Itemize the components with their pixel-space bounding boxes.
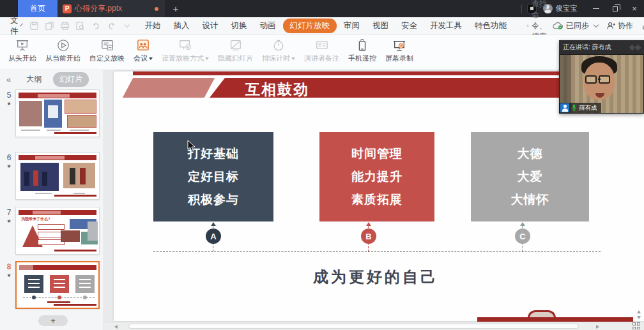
ribbon-setup-show[interactable]: 设置放映方式 [157, 39, 213, 63]
sync-label: 已同步 [566, 20, 589, 31]
slide-thumbnail-5[interactable] [15, 89, 100, 137]
unsaved-dot-icon [155, 7, 158, 11]
badge-a: A [206, 229, 221, 244]
video-call-overlay[interactable]: 正在讲话: 薛有成 薛有成 [559, 40, 644, 114]
share-button[interactable]: 分享 [641, 20, 644, 31]
ribbon-phone-remote[interactable]: 手机遥控 [344, 39, 381, 63]
badge-b: B [361, 229, 376, 244]
ribbon-screen-record[interactable]: 屏幕录制 [381, 39, 418, 63]
animation-star-icon: ★ [4, 163, 14, 169]
overlay-handle-icon [630, 45, 640, 50]
tab-transition[interactable]: 切换 [226, 19, 253, 33]
ribbon-meeting[interactable]: 会议 [129, 39, 157, 63]
collaborate-button[interactable]: 协作 [606, 20, 633, 31]
panel-collapse-icon[interactable]: « [6, 75, 11, 84]
view-grid-icon[interactable] [632, 322, 640, 329]
slide-thumbnail-6[interactable] [15, 152, 100, 200]
horizontal-scrollbar[interactable] [104, 322, 644, 330]
sync-status[interactable]: 已同步 [553, 20, 598, 31]
print-icon[interactable] [60, 21, 70, 31]
file-menu[interactable]: 文件 [10, 15, 19, 37]
slide-panel: « 大纲 幻灯片 5 ★ [0, 70, 104, 330]
participant-name: 薛有成 [579, 104, 597, 112]
screen-record-icon [392, 39, 406, 52]
print-preview-icon[interactable] [75, 21, 85, 31]
slide-title: 互相鼓劲 [245, 80, 309, 100]
restore-icon [613, 6, 618, 11]
scroll-up-icon[interactable] [637, 310, 641, 313]
rehearse-dropdown-icon [291, 57, 295, 60]
minimize-icon [593, 8, 599, 9]
quick-access-more-icon[interactable] [124, 22, 129, 27]
add-slide-button[interactable]: + [38, 315, 68, 326]
ribbon-play-from-current[interactable]: 从当前开始 [41, 39, 85, 63]
username-label[interactable]: 俊宝宝 [556, 4, 578, 13]
slides-tab[interactable]: 幻灯片 [53, 72, 89, 87]
tab-special-features[interactable]: 特色功能 [469, 19, 512, 33]
scrollbar-thumb[interactable] [128, 324, 579, 329]
share-icon [641, 22, 644, 30]
content-box-a[interactable]: 打好基础 定好目标 积极参与 [153, 132, 273, 221]
tab-slideshow[interactable]: 幻灯片放映 [283, 19, 337, 33]
scroll-down-icon[interactable] [637, 316, 641, 319]
close-button[interactable]: × [625, 0, 644, 17]
speaker-notes-icon [315, 39, 329, 52]
minimize-button[interactable] [586, 0, 606, 17]
tab-view[interactable]: 视图 [367, 19, 394, 33]
slide-thumbnail-8-current[interactable] [15, 261, 100, 309]
scroll-left-icon[interactable] [114, 325, 118, 329]
search-icon [526, 22, 529, 30]
sync-chevron-icon [594, 22, 599, 27]
workspace: « 大纲 幻灯片 5 ★ [0, 70, 644, 330]
menu-tabs: 开始 插入 设计 切换 动画 幻灯片放映 审阅 视图 安全 开发工具 特色功能 [139, 19, 513, 33]
document-tab[interactable]: P 心得分享.pptx [57, 0, 165, 17]
animation-star-icon: ★ [4, 101, 14, 107]
rehearse-timing-icon [272, 39, 286, 52]
ribbon-custom-show[interactable]: 自定义放映 [85, 39, 129, 63]
home-tab[interactable]: 首页 [18, 0, 57, 17]
tab-insert[interactable]: 插入 [168, 19, 195, 33]
quick-access-toolbar [29, 21, 129, 31]
badge-c: C [515, 229, 530, 244]
slide-thumbnail-7[interactable]: 为我带来了什么? [15, 207, 100, 255]
menubar: 文件 开始 插入 设计 切换 动画 幻灯片放映 审阅 视图 安全 开发工具 特色… [0, 17, 644, 35]
ribbon-rehearse-timing[interactable]: 排练计时 [257, 39, 300, 63]
speaking-status-label: 正在讲话: 薛有成 [563, 43, 611, 52]
slide-number: 6 [4, 153, 14, 162]
tab-review[interactable]: 审阅 [338, 19, 365, 33]
thumb7-caption: 为我带来了什么? [21, 216, 50, 222]
ribbon-hide-slide[interactable]: 隐藏幻灯片 [213, 39, 257, 63]
content-box-c[interactable]: 大德 大爱 大情怀 [471, 132, 589, 221]
redo-icon[interactable] [107, 21, 117, 31]
play-from-current-icon [56, 39, 70, 52]
new-tab-button[interactable]: + [165, 0, 187, 17]
participant-icon [560, 103, 569, 112]
tab-security[interactable]: 安全 [395, 19, 423, 33]
tab-start[interactable]: 开始 [139, 19, 167, 33]
save-icon[interactable] [29, 21, 39, 31]
slide-number: 8 [4, 262, 14, 271]
content-box-b[interactable]: 时间管理 能力提升 素质拓展 [319, 132, 434, 221]
ribbon-speaker-notes[interactable]: 演讲者备注 [300, 39, 344, 63]
tab-animation[interactable]: 动画 [254, 19, 282, 33]
speaker-video: 薛有成 [559, 54, 644, 114]
custom-show-icon [100, 39, 114, 52]
title-banner-light [123, 78, 215, 98]
restore-button[interactable] [606, 0, 625, 17]
tab-devtools[interactable]: 开发工具 [424, 19, 468, 33]
outline-tab[interactable]: 大纲 [20, 72, 48, 87]
slide-footer-text: 成为更好的自己 [114, 267, 638, 287]
undo-icon[interactable] [91, 21, 101, 31]
tab-design[interactable]: 设计 [197, 19, 224, 33]
wps-presentation-window: 首页 P 心得分享.pptx + 俊宝宝 × 文件 [0, 0, 644, 330]
play-from-start-icon [15, 39, 29, 52]
phone-remote-icon [355, 39, 369, 52]
titlebar-divider [521, 4, 522, 13]
ribbon-play-from-start[interactable]: 从头开始 [4, 39, 41, 63]
output-icon[interactable] [45, 21, 54, 31]
cloud-sync-icon [553, 22, 564, 30]
timeline-dashed-line [153, 251, 601, 252]
slide-number: 7 [4, 208, 14, 217]
glasses-icon [585, 75, 610, 84]
scroll-right-icon[interactable] [596, 325, 599, 329]
